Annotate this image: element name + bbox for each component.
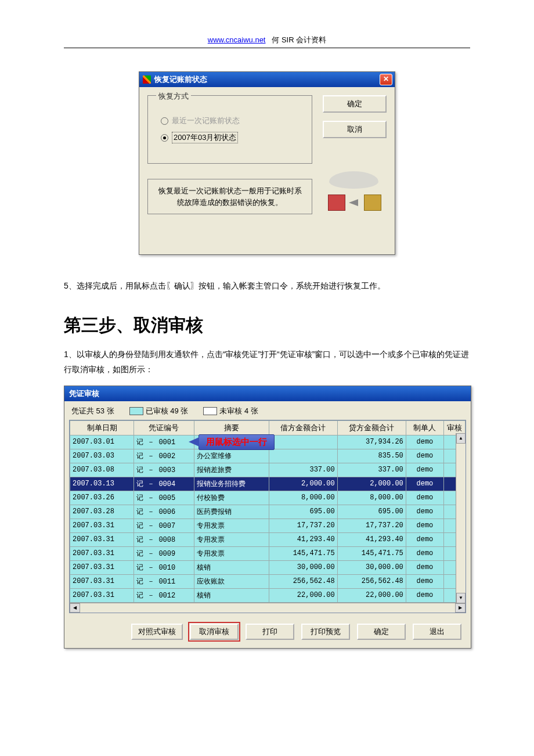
voucher-audit-titlebar[interactable]: 凭证审核 (64, 386, 471, 401)
table-row[interactable]: 2007.03.03记 － 0002办公室维修835.50demo (70, 449, 466, 463)
ok-button[interactable]: 确定 (323, 95, 387, 113)
header-tail: 何 SIR 会计资料 (272, 35, 326, 44)
table-row[interactable]: 2007.03.13记 － 0004报销业务招待费2,000.002,000.0… (70, 477, 466, 491)
col-debit[interactable]: 借方金额合计 (269, 420, 337, 435)
cell-desc: 专用发票 (194, 519, 269, 532)
scroll-right-icon[interactable]: ▶ (455, 603, 466, 613)
cell-cr: 41,293.40 (337, 532, 406, 546)
cell-date: 2007.03.31 (70, 574, 134, 588)
print-button[interactable]: 打印 (246, 624, 294, 640)
scroll-down-icon[interactable]: ▼ (456, 593, 466, 603)
table-row[interactable]: 2007.03.31记 － 0011应收账款256,562.48256,562.… (70, 574, 466, 588)
col-date[interactable]: 制单日期 (70, 420, 134, 435)
cell-no: 记 － 0005 (134, 491, 194, 505)
cell-op: demo (406, 505, 443, 519)
cell-desc: 医药费报销 (194, 505, 269, 519)
swatch-audited-icon (129, 407, 143, 415)
table-row[interactable]: 2007.03.08记 － 0003报销差旅费337.00337.00demo (70, 463, 466, 477)
paragraph-step5: 5、选择完成后，用鼠标点击〖确认〗按钮，输入帐套主管口令，系统开始进行恢复工作。 (64, 278, 470, 294)
cell-cr: 17,737.20 (337, 519, 406, 532)
cell-op: demo (406, 435, 443, 449)
restore-dialog-titlebar[interactable]: 恢复记账前状态 ✕ (139, 72, 395, 87)
col-credit[interactable]: 贷方金额合计 (337, 420, 406, 435)
cell-no: 记 － 0001 (134, 435, 194, 449)
restore-mode-group: 恢复方式 最近一次记账前状态 2007年03月初状态 (147, 95, 312, 164)
cell-no: 记 － 0004 (134, 477, 194, 491)
cell-cr: 8,000.00 (337, 491, 406, 505)
cell-no: 记 － 0002 (134, 449, 194, 463)
radio-icon (161, 134, 168, 142)
cell-cr: 30,000.00 (337, 560, 406, 574)
restore-dialog-title: 恢复记账前状态 (154, 74, 380, 85)
cell-no: 记 － 0006 (134, 505, 194, 519)
cell-date: 2007.03.31 (70, 560, 134, 574)
table-row[interactable]: 2007.03.31记 － 0008专用发票41,293.4041,293.40… (70, 532, 466, 546)
summary-total: 凭证共 53 张 (71, 406, 114, 416)
cell-op: demo (406, 491, 443, 505)
close-button[interactable]: ✕ (380, 74, 392, 85)
vertical-scrollbar[interactable]: ▲ ▼ (456, 433, 466, 603)
cell-dr: 695.00 (269, 505, 337, 519)
cell-dr: 145,471.75 (269, 546, 337, 560)
restore-mode-legend: 恢复方式 (156, 91, 191, 102)
page-header: www.cncaiwu.net 何 SIR 会计资料 (64, 35, 470, 45)
scroll-up-icon[interactable]: ▲ (456, 433, 466, 444)
scroll-left-icon[interactable]: ◀ (70, 603, 80, 613)
cell-dr: 22,000.00 (269, 588, 337, 602)
header-url-link[interactable]: www.cncaiwu.net (208, 35, 266, 44)
cell-cr: 145,471.75 (337, 546, 406, 560)
action-button-bar: 对照式审核 取消审核 打印 打印预览 确定 退出 (64, 613, 471, 648)
print-preview-button[interactable]: 打印预览 (301, 624, 350, 640)
ok-button[interactable]: 确定 (357, 624, 406, 640)
table-row[interactable]: 2007.03.28记 － 0006医药费报销695.00695.00demo (70, 505, 466, 519)
restore-dialog: 恢复记账前状态 ✕ 恢复方式 最近一次记账前状态 2007年03月初状态 恢复最… (139, 71, 395, 255)
cell-no: 记 － 0009 (134, 546, 194, 560)
cell-no: 记 － 0011 (134, 574, 194, 588)
radio-month-initial-label: 2007年03月初状态 (172, 132, 238, 143)
table-row[interactable]: 2007.03.31记 － 0009专用发票145,471.75145,471.… (70, 546, 466, 560)
table-header-row: 制单日期 凭证编号 摘要 借方金额合计 贷方金额合计 制单人 审核 (70, 420, 466, 435)
cell-cr: 835.50 (337, 449, 406, 463)
cell-desc: 专用发票 (194, 546, 269, 560)
cell-op: demo (406, 546, 443, 560)
cell-date: 2007.03.31 (70, 546, 134, 560)
radio-icon (161, 117, 168, 125)
cell-dr: 30,000.00 (269, 560, 337, 574)
cancel-audit-button[interactable]: 取消审核 (190, 624, 239, 640)
cell-date: 2007.03.31 (70, 519, 134, 532)
cell-desc: 应收账款 (194, 574, 269, 588)
cell-op: demo (406, 560, 443, 574)
radio-month-initial[interactable]: 2007年03月初状态 (161, 132, 304, 143)
table-row[interactable]: 2007.03.31记 － 0010核销30,000.0030,000.00de… (70, 560, 466, 574)
cell-desc: 付校验费 (194, 491, 269, 505)
table-row[interactable]: 2007.03.31记 － 0007专用发票17,737.2017,737.20… (70, 519, 466, 532)
cell-desc: 报销业务招待费 (194, 477, 269, 491)
cell-cr: 22,000.00 (337, 588, 406, 602)
cell-date: 2007.03.13 (70, 477, 134, 491)
col-number[interactable]: 凭证编号 (134, 420, 194, 435)
cell-desc: 专用发票 (194, 532, 269, 546)
cell-op: demo (406, 449, 443, 463)
cancel-button[interactable]: 取消 (323, 121, 387, 138)
col-desc[interactable]: 摘要 (194, 420, 269, 435)
section-heading: 第三步、取消审核 (64, 314, 470, 337)
cell-dr: 8,000.00 (269, 491, 337, 505)
header-divider (64, 48, 470, 48)
col-operator[interactable]: 制单人 (406, 420, 443, 435)
cell-no: 记 － 0003 (134, 463, 194, 477)
cell-cr: 2,000.00 (337, 477, 406, 491)
compare-audit-button[interactable]: 对照式审核 (131, 624, 183, 640)
cell-dr: 41,293.40 (269, 532, 337, 546)
table-row[interactable]: 2007.03.31记 － 0012核销22,000.0022,000.00de… (70, 588, 466, 602)
cell-op: demo (406, 519, 443, 532)
horizontal-scrollbar[interactable]: ◀ ▶ (70, 603, 466, 613)
cell-op: demo (406, 532, 443, 546)
radio-last-state: 最近一次记账前状态 (161, 116, 304, 126)
table-row[interactable]: 2007.03.26记 － 0005付校验费8,000.008,000.00de… (70, 491, 466, 505)
cell-date: 2007.03.03 (70, 449, 134, 463)
exit-button[interactable]: 退出 (413, 624, 461, 640)
cell-dr: 2,000.00 (269, 477, 337, 491)
cell-date: 2007.03.08 (70, 463, 134, 477)
cell-no: 记 － 0007 (134, 519, 194, 532)
cell-op: demo (406, 574, 443, 588)
